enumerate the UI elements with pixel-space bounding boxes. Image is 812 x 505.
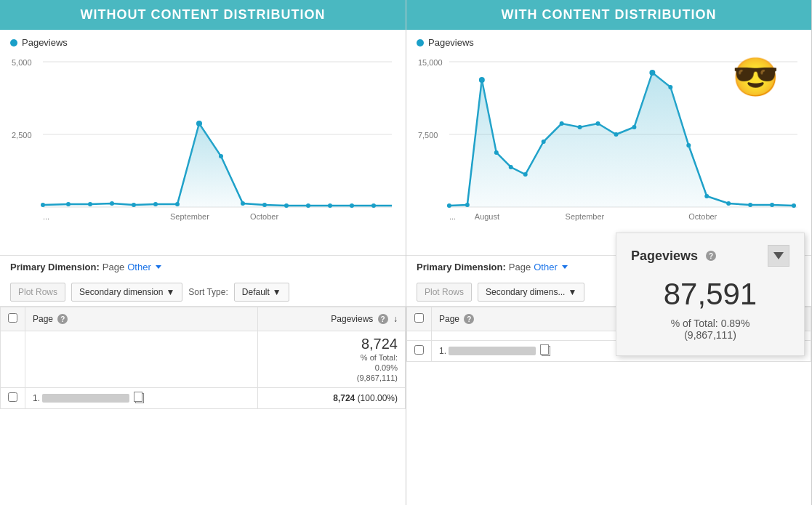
svg-point-14: [241, 201, 245, 206]
left-secondary-dim-chevron-icon: ▼: [166, 287, 174, 297]
svg-text:5,000: 5,000: [12, 58, 32, 67]
right-pd-other-link[interactable]: Other: [534, 262, 558, 272]
svg-point-42: [668, 85, 672, 89]
svg-text:September: September: [566, 212, 605, 221]
left-secondary-dim-button[interactable]: Secondary dimension ▼: [71, 283, 182, 302]
svg-point-40: [632, 125, 636, 129]
right-pd-label: Primary Dimension:: [417, 262, 506, 272]
svg-point-20: [371, 203, 376, 208]
right-plot-rows-button[interactable]: Plot Rows: [417, 283, 472, 302]
right-th-check[interactable]: [407, 307, 432, 331]
left-row1-pct: (100.00%): [358, 393, 398, 403]
left-total-value-cell: 8,724 % of Total: 0.09% (9,867,111): [258, 331, 406, 388]
left-page-help-icon: ?: [57, 314, 68, 324]
right-row1-checkbox[interactable]: [414, 345, 424, 355]
svg-point-7: [88, 202, 92, 206]
right-row1-num: 1.: [439, 346, 446, 356]
right-secondary-dim-button[interactable]: Secondary dimens... ▼: [478, 283, 584, 302]
left-table-row: 1. 8,724 (100.00%): [1, 388, 406, 409]
right-row1-check[interactable]: [407, 341, 432, 362]
left-sort-type-label: Sort Type:: [188, 287, 228, 297]
left-col-pageviews-label: Pageviews: [331, 314, 373, 324]
left-th-check[interactable]: [1, 307, 25, 331]
left-pd-label: Primary Dimension:: [10, 262, 100, 272]
left-chart-legend: Pageviews: [10, 37, 395, 48]
svg-point-41: [649, 70, 655, 76]
right-pd-chevron-icon: [562, 265, 568, 269]
right-row1-page-blurred: [449, 347, 536, 355]
left-row1-value-cell: 8,724 (100.00%): [258, 388, 406, 409]
svg-point-34: [523, 172, 528, 177]
svg-text:15,000: 15,000: [418, 58, 443, 67]
left-secondary-dim-label: Secondary dimension: [79, 287, 163, 297]
left-row1-check[interactable]: [1, 388, 25, 409]
svg-point-12: [196, 121, 202, 126]
left-th-pageviews: Pageviews ? ↓: [258, 307, 406, 331]
tooltip-big-value: 87,591: [631, 277, 789, 312]
left-row1-page-cell: 1.: [25, 388, 258, 409]
right-row1-copy-icon[interactable]: [542, 346, 550, 356]
right-page-help-icon: ?: [464, 314, 474, 324]
left-sort-default-button[interactable]: Default ▼: [234, 283, 289, 302]
left-legend-label: Pageviews: [22, 37, 68, 48]
svg-point-31: [479, 77, 485, 83]
svg-point-47: [770, 203, 774, 207]
left-legend-dot: [10, 39, 17, 47]
svg-text:October: October: [250, 212, 278, 221]
right-chart-legend: Pageviews: [417, 37, 801, 48]
right-panel-wrapper: WITH CONTENT DISTRIBUTION Pageviews 😎 15…: [406, 0, 812, 505]
svg-point-48: [792, 203, 796, 208]
left-pd-other-link[interactable]: Other: [127, 262, 151, 272]
left-sort-chevron-icon: ▼: [273, 287, 281, 297]
left-plot-rows-button[interactable]: Plot Rows: [10, 283, 65, 302]
tooltip-arrow-down-icon: [773, 252, 784, 259]
left-primary-dimension-bar: Primary Dimension: Page Other: [0, 255, 406, 278]
tooltip-download-button[interactable]: [768, 245, 789, 267]
left-panel: WITHOUT CONTENT DISTRIBUTION Pageviews 5…: [0, 0, 406, 505]
svg-text:...: ...: [449, 212, 456, 221]
left-total-pct-label: % of Total:: [361, 353, 398, 362]
left-sort-default-label: Default: [242, 287, 270, 297]
svg-text:September: September: [170, 212, 209, 221]
left-total-pct-value: 0.09%: [375, 363, 398, 372]
left-total-grand: (9,867,111): [357, 373, 398, 382]
svg-point-44: [704, 194, 709, 198]
left-data-table: Page ? Pageviews ? ↓: [0, 307, 406, 409]
right-panel-header: WITH CONTENT DISTRIBUTION: [406, 0, 811, 30]
tooltip-title-text: Pageviews: [631, 249, 698, 264]
left-row1-num: 1.: [33, 393, 40, 403]
svg-point-38: [596, 121, 600, 126]
svg-text:...: ...: [43, 212, 49, 221]
left-panel-header: WITHOUT CONTENT DISTRIBUTION: [0, 0, 406, 30]
left-select-all-checkbox[interactable]: [8, 313, 17, 323]
svg-point-8: [110, 201, 114, 206]
left-th-page: Page ?: [25, 307, 258, 331]
svg-text:August: August: [475, 212, 499, 221]
tooltip-help-icon: ?: [706, 251, 716, 261]
left-row1-value: 8,724: [333, 393, 355, 403]
tooltip-sub-pct: % of Total: 0.89%: [671, 318, 750, 329]
left-pd-page: Page: [102, 262, 124, 272]
left-row1-copy-icon[interactable]: [135, 393, 144, 403]
svg-point-45: [726, 201, 731, 206]
left-chart-svg: 5,000 2,500: [10, 51, 395, 227]
svg-point-32: [494, 150, 499, 155]
svg-point-35: [542, 140, 546, 144]
svg-point-17: [306, 203, 310, 208]
svg-point-29: [447, 203, 451, 208]
right-chart-svg: 😎 15,000 7,500: [417, 51, 801, 227]
left-table-area: Page ? Pageviews ? ↓: [0, 307, 406, 505]
left-total-row: 8,724 % of Total: 0.09% (9,867,111): [1, 331, 406, 388]
left-total-value: 8,724: [265, 336, 398, 352]
right-select-all-checkbox[interactable]: [414, 313, 424, 323]
right-secondary-dim-chevron-icon: ▼: [568, 287, 576, 297]
svg-text:7,500: 7,500: [418, 131, 438, 140]
left-pageviews-help-icon: ?: [378, 314, 388, 324]
right-chart-area: Pageviews 😎 15,000 7,500: [406, 30, 811, 255]
svg-point-18: [328, 203, 332, 208]
left-sort-arrow-icon: ↓: [393, 314, 398, 324]
svg-point-33: [509, 165, 513, 169]
left-row1-checkbox[interactable]: [8, 392, 17, 402]
right-legend-dot: [417, 39, 424, 47]
svg-point-30: [465, 203, 470, 207]
